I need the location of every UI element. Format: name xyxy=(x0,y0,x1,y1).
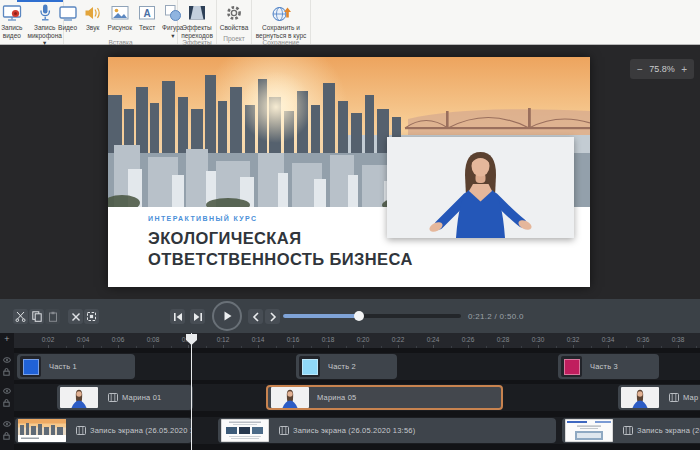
ribbon-button-label: ▾ xyxy=(171,32,174,40)
clip-thumbnail xyxy=(20,356,41,377)
ruler-tick-label: 0:18 xyxy=(322,336,335,343)
ruler-tick-label: 0:02 xyxy=(42,336,55,343)
timeline-clip[interactable]: Мар xyxy=(618,385,700,410)
visibility-icon[interactable] xyxy=(3,421,11,427)
ribbon-group-0: ЗаписьвидеоЗаписьмикрофона ▾Запись xyxy=(0,0,64,44)
timeline-clip[interactable]: Запись экрана (26.05.2020 13:56) xyxy=(218,418,556,443)
ruler-tick-label: 0:28 xyxy=(497,336,510,343)
visibility-icon[interactable] xyxy=(3,388,11,394)
slide-kicker: ИНТЕРАКТИВНЫЙ КУРС xyxy=(148,215,413,222)
clip-label: Часть 1 xyxy=(49,362,77,371)
slide-title-line2: ОТВЕТСТВЕННОСТЬ БИЗНЕСА xyxy=(148,249,413,270)
ribbon-group-3: СвойстваПроект xyxy=(217,0,252,44)
transition-effects-icon xyxy=(187,3,207,23)
record-video-icon xyxy=(2,3,22,23)
paste-icon xyxy=(48,311,58,322)
zoom-out-button[interactable]: − xyxy=(637,64,643,75)
ruler-tick-label: 0:06 xyxy=(112,336,125,343)
play-icon xyxy=(221,310,233,322)
timeline-ruler[interactable]: 0:020:040:060:080:100:120:140:160:180:20… xyxy=(0,333,700,348)
clip-label: Запись экрана (26.05.20 xyxy=(637,426,700,435)
timeline-clip[interactable]: Часть 3 xyxy=(558,354,659,379)
step-forward-button[interactable] xyxy=(265,309,280,324)
timeline-tracks-area: Часть 1Часть 2Часть 3Марина 01Марина 05М… xyxy=(0,348,700,450)
zoom-control: − 75.8% + xyxy=(630,59,694,79)
skip-end-button[interactable] xyxy=(190,309,205,324)
ribbon-group-2: ЭффектыпереходовЭффекты xyxy=(178,0,217,44)
timeline-screen-track: Запись экрана (26.05.2020 13:56)Запись э… xyxy=(0,417,700,444)
ruler-tick-label: 0:26 xyxy=(462,336,475,343)
insert-sound-icon xyxy=(83,3,103,23)
webcam-overlay[interactable] xyxy=(387,137,574,238)
zoom-in-button[interactable]: + xyxy=(681,64,687,75)
timeline-clip[interactable]: Марина 01 xyxy=(57,385,193,410)
track-controls-rail: + xyxy=(0,333,14,450)
playback-control-bar: 0:21.2 / 0:50.0 xyxy=(0,299,700,333)
ruler-tick-label: 0:30 xyxy=(532,336,545,343)
lock-icon[interactable] xyxy=(3,368,10,376)
film-icon xyxy=(623,426,633,435)
playhead-line[interactable] xyxy=(191,333,192,450)
ribbon-button-save-return[interactable]: Сохранить ивернуться в курс xyxy=(254,3,309,39)
ribbon-button-label: Запись xyxy=(1,24,22,32)
slide-title: ЭКОЛОГИЧЕСКАЯ ОТВЕТСТВЕННОСТЬ БИЗНЕСА xyxy=(148,228,413,270)
timeline-clip[interactable]: Часть 1 xyxy=(17,354,135,379)
ribbon-empty-space xyxy=(311,0,700,44)
ribbon-button-insert-text[interactable]: AТекст xyxy=(135,3,159,32)
active-tab-indicator xyxy=(17,0,63,2)
delete-button[interactable] xyxy=(68,309,83,324)
zoom-level-value: 75.8% xyxy=(649,64,675,74)
copy-button[interactable] xyxy=(29,309,44,324)
lock-icon[interactable] xyxy=(3,432,10,440)
film-icon xyxy=(76,426,86,435)
timeline-clip[interactable]: Часть 2 xyxy=(296,354,397,379)
crop-button[interactable] xyxy=(84,309,99,324)
playback-slider-fill xyxy=(283,314,359,318)
insert-video-icon xyxy=(58,3,78,23)
ribbon-button-insert-video[interactable]: Видео xyxy=(56,3,80,32)
ribbon-button-insert-picture[interactable]: Рисунок xyxy=(106,3,135,32)
timeline-clip[interactable]: Запись экрана (26.05.20 xyxy=(562,418,700,443)
ribbon-group-buttons: ВидеоЗвукРисунокAТекстФигура▾ xyxy=(64,0,177,39)
timeline-clip[interactable]: Запись экрана (26.05.2020 13:56) xyxy=(15,418,192,443)
clip-thumbnail xyxy=(299,356,320,377)
ruler-tick-label: 0:20 xyxy=(357,336,370,343)
clip-label: Марина 01 xyxy=(122,393,161,402)
ribbon-group-buttons: Сохранить ивернуться в курс xyxy=(252,0,310,39)
slide-title-line1: ЭКОЛОГИЧЕСКАЯ xyxy=(148,228,413,249)
ruler-tick-label: 0:32 xyxy=(567,336,580,343)
playback-slider-thumb[interactable] xyxy=(354,311,364,321)
ribbon-button-label: Эффекты xyxy=(182,24,212,32)
ribbon-group-buttons: ЗаписьвидеоЗаписьмикрофона ▾ xyxy=(0,0,63,47)
timeline-clip[interactable]: Марина 05 xyxy=(266,385,503,410)
cut-button[interactable] xyxy=(13,309,28,324)
ribbon-button-insert-sound[interactable]: Звук xyxy=(81,3,105,32)
ribbon-button-label: Видео xyxy=(58,24,77,32)
ribbon-button-record-video[interactable]: Записьвидео xyxy=(0,3,25,39)
play-button[interactable] xyxy=(212,301,242,331)
slide-text-block: ИНТЕРАКТИВНЫЙ КУРС ЭКОЛОГИЧЕСКАЯ ОТВЕТСТ… xyxy=(148,215,413,270)
slide-canvas[interactable]: ИНТЕРАКТИВНЫЙ КУРС ЭКОЛОГИЧЕСКАЯ ОТВЕТСТ… xyxy=(108,57,590,287)
ribbon-toolbar: ЗаписьвидеоЗаписьмикрофона ▾ЗаписьВидеоЗ… xyxy=(0,0,700,45)
ribbon-button-properties[interactable]: Свойства xyxy=(218,3,251,32)
visibility-icon[interactable] xyxy=(3,357,11,363)
ruler-tick-label: 0:14 xyxy=(252,336,265,343)
properties-icon xyxy=(224,3,244,23)
clip-thumbnail xyxy=(561,356,582,377)
ribbon-button-label: Текст xyxy=(139,24,155,32)
clip-label: Часть 2 xyxy=(328,362,356,371)
lock-icon[interactable] xyxy=(3,399,10,407)
add-track-icon[interactable]: + xyxy=(0,334,14,344)
clip-label: Запись экрана (26.05.2020 13:56) xyxy=(90,426,192,435)
ruler-tick-label: 0:12 xyxy=(217,336,230,343)
ribbon-button-transition-effects[interactable]: Эффектыпереходов xyxy=(179,3,215,39)
ruler-tick-label: 0:04 xyxy=(77,336,90,343)
delete-icon xyxy=(71,312,81,322)
ribbon-button-label: переходов xyxy=(181,32,213,40)
playback-slider[interactable] xyxy=(283,314,461,318)
step-back-button[interactable] xyxy=(248,309,263,324)
presenter-woman-graphic xyxy=(387,137,574,238)
paste-button[interactable] xyxy=(45,309,60,324)
skip-start-button[interactable] xyxy=(170,309,185,324)
ribbon-group-label: Проект xyxy=(217,35,251,44)
